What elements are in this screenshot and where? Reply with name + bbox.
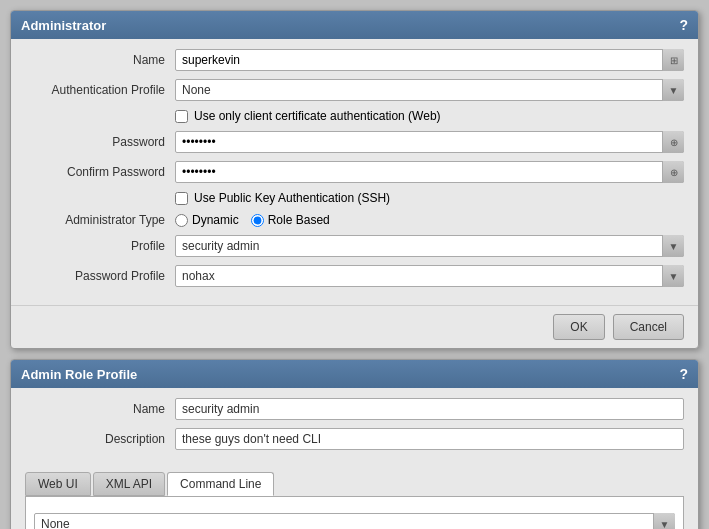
profile-label: Profile <box>25 239 175 253</box>
password-profile-control: nohax ▼ <box>175 265 684 287</box>
tab-content-command-line: None superuser read-only ▼ <box>25 496 684 529</box>
password-reveal-icon[interactable]: ⊕ <box>662 131 684 153</box>
administrator-dialog-footer: OK Cancel <box>11 305 698 348</box>
description-row: Description <box>25 428 684 450</box>
name-control: ⊞ <box>175 49 684 71</box>
name-row: Name ⊞ <box>25 49 684 71</box>
auth-profile-control: None ▼ <box>175 79 684 101</box>
admin-role-help-icon[interactable]: ? <box>679 366 688 382</box>
command-line-select-inner-wrapper: None superuser read-only ▼ <box>34 513 675 529</box>
cert-auth-label: Use only client certificate authenticati… <box>194 109 441 123</box>
public-key-checkbox[interactable] <box>175 192 188 205</box>
administrator-dialog-title: Administrator <box>21 18 106 33</box>
tab-xml-api[interactable]: XML API <box>93 472 165 496</box>
role-name-control <box>175 398 684 420</box>
auth-profile-row: Authentication Profile None ▼ <box>25 79 684 101</box>
dynamic-radio[interactable] <box>175 214 188 227</box>
confirm-password-row: Confirm Password ⊕ <box>25 161 684 183</box>
admin-role-dialog-title: Admin Role Profile <box>21 367 137 382</box>
profile-select[interactable]: security admin <box>175 235 684 257</box>
password-label: Password <box>25 135 175 149</box>
auth-profile-label: Authentication Profile <box>25 83 175 97</box>
profile-select-wrapper: security admin ▼ <box>175 235 684 257</box>
tab-command-line[interactable]: Command Line <box>167 472 274 496</box>
name-grid-icon[interactable]: ⊞ <box>662 49 684 71</box>
admin-role-dialog-body: Name Description <box>11 388 698 468</box>
command-line-select-wrapper: None superuser read-only ▼ <box>34 513 675 529</box>
name-input[interactable] <box>175 49 684 71</box>
password-profile-row: Password Profile nohax ▼ <box>25 265 684 287</box>
dynamic-radio-item: Dynamic <box>175 213 239 227</box>
name-label: Name <box>25 53 175 67</box>
name-input-wrapper: ⊞ <box>175 49 684 71</box>
cert-auth-checkbox[interactable] <box>175 110 188 123</box>
description-label: Description <box>25 432 175 446</box>
profile-control: security admin ▼ <box>175 235 684 257</box>
administrator-ok-button[interactable]: OK <box>553 314 604 340</box>
admin-role-dialog: Admin Role Profile ? Name Description We… <box>10 359 699 529</box>
admin-type-label: Administrator Type <box>25 213 175 227</box>
dynamic-label: Dynamic <box>192 213 239 227</box>
confirm-password-wrapper: ⊕ <box>175 161 684 183</box>
tab-web-ui[interactable]: Web UI <box>25 472 91 496</box>
role-name-row: Name <box>25 398 684 420</box>
role-based-radio[interactable] <box>251 214 264 227</box>
role-based-radio-item: Role Based <box>251 213 330 227</box>
admin-role-dialog-header: Admin Role Profile ? <box>11 360 698 388</box>
public-key-row: Use Public Key Authentication (SSH) <box>175 191 684 205</box>
administrator-cancel-button[interactable]: Cancel <box>613 314 684 340</box>
confirm-password-reveal-icon[interactable]: ⊕ <box>662 161 684 183</box>
password-profile-label: Password Profile <box>25 269 175 283</box>
admin-type-radio-group: Dynamic Role Based <box>175 213 330 227</box>
confirm-password-label: Confirm Password <box>25 165 175 179</box>
command-line-select[interactable]: None superuser read-only <box>34 513 675 529</box>
role-name-input[interactable] <box>175 398 684 420</box>
admin-type-row: Administrator Type Dynamic Role Based <box>25 213 684 227</box>
admin-type-control: Dynamic Role Based <box>175 213 684 227</box>
password-profile-select[interactable]: nohax <box>175 265 684 287</box>
administrator-help-icon[interactable]: ? <box>679 17 688 33</box>
administrator-dialog-body: Name ⊞ Authentication Profile None ▼ <box>11 39 698 305</box>
administrator-dialog: Administrator ? Name ⊞ Authentication Pr… <box>10 10 699 349</box>
tab-bar: Web UI XML API Command Line <box>11 472 698 496</box>
description-control <box>175 428 684 450</box>
password-wrapper: ⊕ <box>175 131 684 153</box>
profile-row: Profile security admin ▼ <box>25 235 684 257</box>
description-input[interactable] <box>175 428 684 450</box>
password-profile-select-wrapper: nohax ▼ <box>175 265 684 287</box>
public-key-label: Use Public Key Authentication (SSH) <box>194 191 390 205</box>
administrator-dialog-header: Administrator ? <box>11 11 698 39</box>
confirm-password-control: ⊕ <box>175 161 684 183</box>
cert-auth-row: Use only client certificate authenticati… <box>175 109 684 123</box>
role-name-label: Name <box>25 402 175 416</box>
auth-profile-select[interactable]: None <box>175 79 684 101</box>
role-based-label: Role Based <box>268 213 330 227</box>
confirm-password-input[interactable] <box>175 161 684 183</box>
password-row: Password ⊕ <box>25 131 684 153</box>
password-control: ⊕ <box>175 131 684 153</box>
password-input[interactable] <box>175 131 684 153</box>
auth-profile-select-wrapper: None ▼ <box>175 79 684 101</box>
